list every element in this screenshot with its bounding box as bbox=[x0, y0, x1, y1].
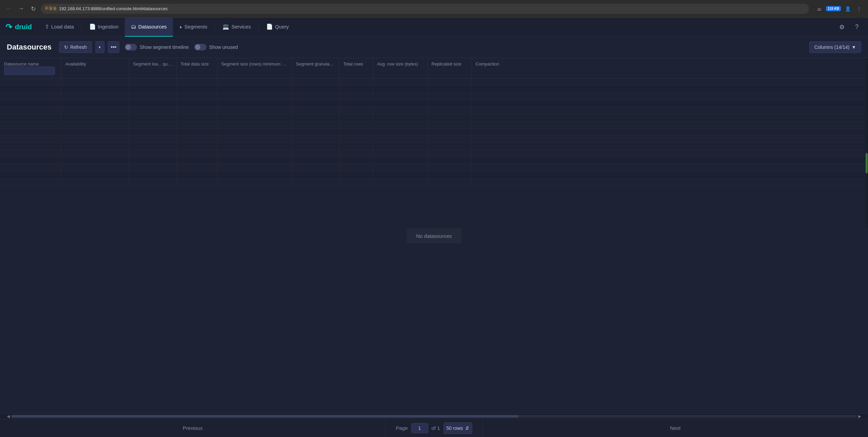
table-header: Datasource name Availability Segment loa… bbox=[0, 58, 868, 79]
rows-value: 50 rows bbox=[447, 425, 463, 431]
nav-items: ⇧ Load data 📄 Ingestion 🗂 Datasources ⬧ … bbox=[39, 18, 836, 37]
refresh-icon: ↻ bbox=[64, 44, 68, 50]
settings-button[interactable]: ⚙ bbox=[836, 21, 848, 33]
table-row bbox=[0, 100, 868, 107]
refresh-label: Refresh bbox=[70, 44, 87, 50]
col-header-segment-load[interactable]: Segment loa... queues bbox=[129, 58, 176, 79]
segment-timeline-toggle-group: Show segment timeline bbox=[125, 44, 189, 51]
scroll-left-arrow[interactable]: ◀ bbox=[5, 414, 11, 419]
browser-controls: ⚌ 115 KB 👤 ⋮ bbox=[814, 4, 864, 14]
col-header-total-size[interactable]: Total data size bbox=[176, 58, 217, 79]
col-label-datasource-name: Datasource name bbox=[4, 61, 57, 66]
profile-button[interactable]: 👤 bbox=[843, 4, 852, 14]
logo-text: druid bbox=[15, 23, 32, 31]
ext-badge: 115 KB bbox=[826, 6, 841, 11]
columns-label: Columns (14/14) bbox=[814, 44, 850, 50]
horizontal-scrollbar[interactable]: ◀ ▶ bbox=[0, 413, 868, 419]
table-row bbox=[0, 150, 868, 157]
toolbar: Datasources ↻ Refresh ▼ ••• Show segment… bbox=[0, 37, 868, 58]
nav-item-ingestion[interactable]: 📄 Ingestion bbox=[83, 18, 125, 37]
table-row bbox=[0, 136, 868, 143]
col-header-availability[interactable]: Availability bbox=[61, 58, 129, 79]
nav-item-load-data[interactable]: ⇧ Load data bbox=[39, 18, 80, 37]
back-button[interactable]: ← bbox=[4, 4, 14, 14]
refresh-button[interactable]: ↻ Refresh bbox=[59, 41, 92, 53]
col-header-compaction[interactable]: Compaction bbox=[471, 58, 868, 79]
col-header-avg-row-size[interactable]: Avg. row size (bytes) bbox=[373, 58, 427, 79]
col-header-segment-size[interactable]: Segment size (rows) minimum / average / … bbox=[217, 58, 292, 79]
logo[interactable]: ↷ druid bbox=[5, 22, 32, 32]
nav-item-datasources[interactable]: 🗂 Datasources bbox=[125, 18, 173, 37]
col-label-segment-granularity: Segment granularity bbox=[296, 61, 335, 66]
col-label-segment-load: Segment loa... queues bbox=[133, 61, 177, 66]
app-navbar: ↷ druid ⇧ Load data 📄 Ingestion 🗂 Dataso… bbox=[0, 18, 868, 37]
load-data-icon: ⇧ bbox=[45, 23, 49, 30]
col-header-replicated-size[interactable]: Replicated size bbox=[427, 58, 471, 79]
browser-menu-button[interactable]: ⋮ bbox=[854, 4, 864, 14]
browser-chrome: ← → ↻ 不安全 192.168.64.173:8888/unified-co… bbox=[0, 0, 868, 18]
extensions-button[interactable]: ⚌ bbox=[814, 4, 824, 14]
table-container[interactable]: Datasource name Availability Segment loa… bbox=[0, 58, 868, 413]
scrollbar-thumb[interactable] bbox=[11, 415, 518, 418]
col-label-avg-row-size: Avg. row size (bytes) bbox=[377, 61, 418, 66]
nav-item-segments[interactable]: ⬧ Segments bbox=[173, 18, 214, 37]
col-label-replicated-size: Replicated size bbox=[432, 61, 461, 66]
next-button[interactable]: Next bbox=[482, 419, 868, 437]
table-row bbox=[0, 129, 868, 136]
reload-button[interactable]: ↻ bbox=[28, 4, 38, 14]
table-row bbox=[0, 93, 868, 100]
query-icon: 📄 bbox=[266, 23, 273, 30]
scrollbar-track[interactable] bbox=[11, 415, 857, 418]
table-body bbox=[0, 79, 868, 186]
col-label-segment-size: Segment size (rows) minimum / average / … bbox=[221, 61, 292, 66]
of-label: of 1 bbox=[432, 425, 440, 431]
show-unused-toggle[interactable] bbox=[194, 44, 206, 51]
col-header-segment-granularity[interactable]: Segment granularity bbox=[292, 58, 339, 79]
page-input[interactable] bbox=[411, 423, 428, 433]
columns-button[interactable]: Columns (14/14) ▼ bbox=[809, 41, 861, 53]
right-scrollbar[interactable] bbox=[865, 58, 868, 228]
page-label: Page bbox=[396, 425, 408, 431]
nav-item-services[interactable]: 💻 Services bbox=[216, 18, 257, 37]
help-button[interactable]: ? bbox=[851, 21, 863, 33]
nav-label-query: Query bbox=[275, 24, 289, 30]
segment-timeline-toggle-knob bbox=[125, 44, 131, 50]
pagination-center: Page of 1 50 rows ⇵ bbox=[386, 422, 482, 434]
pagination-bar: Previous Page of 1 50 rows ⇵ Next bbox=[0, 419, 868, 437]
table-row bbox=[0, 178, 868, 186]
nav-separator-1 bbox=[81, 22, 82, 32]
refresh-dropdown-button[interactable]: ▼ bbox=[95, 41, 104, 53]
more-options-button[interactable]: ••• bbox=[108, 41, 119, 53]
services-icon: 💻 bbox=[222, 23, 229, 30]
nav-label-ingestion: Ingestion bbox=[98, 24, 119, 30]
page-title: Datasources bbox=[7, 43, 52, 52]
url-text: 192.168.64.173:8888/unified-console.html… bbox=[59, 6, 167, 11]
segments-icon: ⬧ bbox=[179, 24, 182, 30]
previous-button[interactable]: Previous bbox=[0, 419, 386, 437]
forward-button[interactable]: → bbox=[16, 4, 26, 14]
table-row bbox=[0, 164, 868, 171]
nav-label-load-data: Load data bbox=[51, 24, 74, 30]
datasource-filter-input[interactable] bbox=[4, 66, 55, 75]
table-row bbox=[0, 107, 868, 114]
scroll-right-arrow[interactable]: ▶ bbox=[857, 414, 863, 419]
col-label-compaction: Compaction bbox=[476, 61, 499, 66]
rows-select[interactable]: 50 rows ⇵ bbox=[443, 422, 472, 434]
table-row bbox=[0, 121, 868, 129]
nav-label-services: Services bbox=[231, 24, 251, 30]
previous-label: Previous bbox=[183, 425, 202, 431]
ingestion-icon: 📄 bbox=[89, 23, 96, 30]
address-bar[interactable]: 不安全 192.168.64.173:8888/unified-console.… bbox=[41, 4, 809, 14]
table-row bbox=[0, 79, 868, 86]
table-header-row: Datasource name Availability Segment loa… bbox=[0, 58, 868, 79]
segment-timeline-label: Show segment timeline bbox=[140, 44, 189, 50]
col-header-total-rows[interactable]: Total rows bbox=[339, 58, 373, 79]
main-content: Datasources ↻ Refresh ▼ ••• Show segment… bbox=[0, 37, 868, 437]
datasources-icon: 🗂 bbox=[131, 24, 136, 30]
next-label: Next bbox=[670, 425, 680, 431]
rows-select-icon: ⇵ bbox=[465, 425, 469, 431]
nav-item-query[interactable]: 📄 Query bbox=[260, 18, 295, 37]
segment-timeline-toggle[interactable] bbox=[125, 44, 137, 51]
table-row bbox=[0, 157, 868, 164]
security-warning: 不安全 bbox=[45, 6, 57, 12]
